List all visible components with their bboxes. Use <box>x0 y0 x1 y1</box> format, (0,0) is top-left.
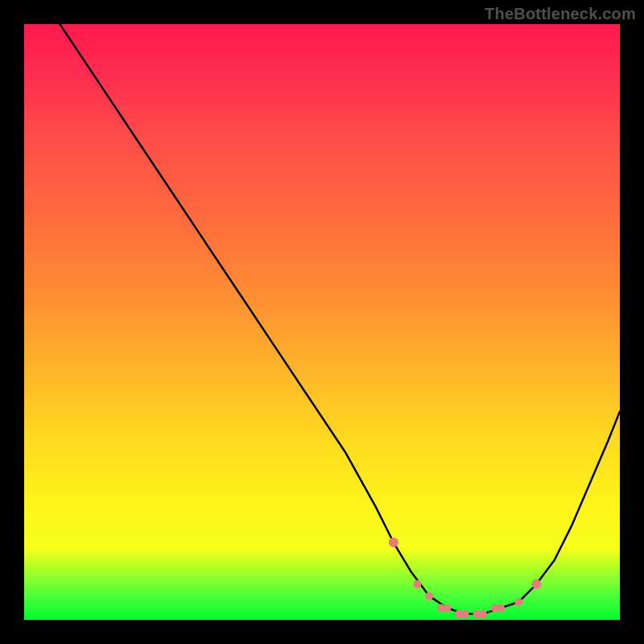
marker-dot <box>413 580 421 588</box>
marker-dot <box>443 604 451 612</box>
chart-frame: TheBottleneck.com <box>0 0 644 644</box>
bottleneck-curve <box>60 24 620 614</box>
marker-dot <box>461 610 469 618</box>
plot-overlay <box>24 24 620 620</box>
marker-dot <box>531 580 541 589</box>
marker-dot <box>425 592 433 600</box>
marker-dot <box>479 610 487 618</box>
marker-dot <box>389 538 398 547</box>
marker-dot <box>497 604 505 612</box>
watermark-label: TheBottleneck.com <box>485 5 636 23</box>
highlight-markers <box>389 538 542 618</box>
marker-dot <box>514 598 522 606</box>
